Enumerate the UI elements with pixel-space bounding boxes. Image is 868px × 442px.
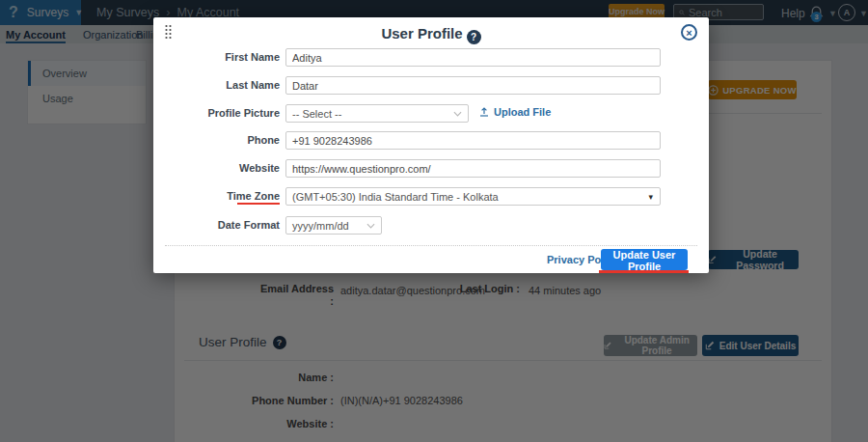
last-name-input[interactable] — [285, 76, 661, 95]
website-input[interactable] — [285, 159, 661, 178]
submit-red-underline-annotation — [599, 270, 689, 273]
time-zone-red-underline-annotation — [237, 203, 280, 205]
date-format-select[interactable]: yyyy/mm/dd — [285, 216, 382, 235]
last-name-label: Last Name — [153, 76, 280, 95]
help-icon[interactable]: ? — [467, 30, 481, 44]
first-name-input[interactable] — [285, 48, 661, 67]
phone-label: Phone — [153, 131, 280, 150]
upload-file-label: Upload File — [494, 106, 551, 118]
footer-separator — [165, 245, 697, 246]
chevron-down-icon — [366, 223, 375, 229]
app-screen: ? Surveys ▼ My Surveys›My Account Upgrad… — [0, 0, 868, 442]
first-name-label: First Name — [153, 48, 280, 67]
modal-title: User Profile? — [153, 25, 709, 44]
website-label: Website — [153, 159, 280, 178]
user-profile-modal: User Profile? × First Name Last Name Pro… — [153, 17, 709, 273]
upload-icon — [479, 107, 489, 117]
close-icon[interactable]: × — [681, 24, 697, 41]
time-zone-select[interactable]: (GMT+05:30) India Standard Time - Kolkat… — [285, 187, 661, 206]
modal-title-text: User Profile — [381, 25, 462, 41]
phone-input[interactable] — [285, 131, 661, 150]
update-user-profile-button[interactable]: Update User Profile — [601, 249, 688, 270]
upload-file-link[interactable]: Upload File — [479, 106, 551, 118]
date-format-label: Date Format — [153, 216, 280, 235]
chevron-down-icon — [453, 111, 462, 117]
caret-down-icon: ▾ — [648, 192, 653, 202]
profile-picture-selected: -- Select -- — [292, 108, 341, 120]
profile-picture-select[interactable]: -- Select -- — [285, 104, 469, 123]
profile-picture-label: Profile Picture — [153, 104, 280, 123]
time-zone-selected: (GMT+05:30) India Standard Time - Kolkat… — [292, 191, 499, 203]
date-format-selected: yyyy/mm/dd — [292, 220, 349, 232]
